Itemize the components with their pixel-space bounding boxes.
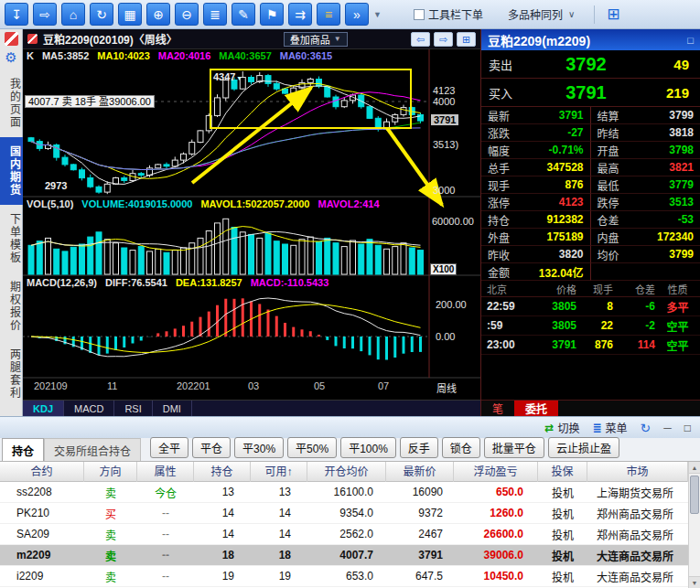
sidebar-item-2[interactable]: 下单模板 [0, 205, 23, 273]
sidebar-item-3[interactable]: 期权报价 [0, 273, 23, 340]
pos-action-8[interactable]: 云止损止盈 [548, 437, 619, 458]
quote-field-value: 347528 [546, 161, 583, 174]
position-row[interactable]: PK210买--14149354.093721260.0投机郑州商品交易所 [0, 503, 688, 524]
menu-icon: ≣ [592, 422, 601, 434]
ask-price[interactable]: 3792 [529, 54, 643, 75]
time-axis-label: 07 [378, 380, 389, 391]
scrollbar-thumb[interactable] [690, 476, 699, 514]
ask-row: 卖出 3792 49 [481, 50, 700, 79]
ask-label: 卖出 [481, 56, 529, 73]
back-arrow-icon[interactable]: ⇦ [411, 32, 430, 47]
pos-col-header[interactable]: 属性 [137, 462, 194, 482]
toolbar-order-checkbox[interactable]: 工具栏下单 [414, 6, 483, 22]
position-row[interactable]: m2209卖--18184007.7379139006.0投机大连商品交易所 [0, 545, 688, 566]
scroll-down-icon[interactable]: ▼ [689, 576, 700, 588]
indicator-tab-dmi[interactable]: DMI [153, 401, 192, 416]
pos-col-header[interactable]: 合约 [0, 462, 84, 482]
multi-symbol-label: 多品种同列 [508, 6, 563, 22]
scroll-up-icon[interactable]: ▲ [689, 462, 700, 474]
pos-action-1[interactable]: 平仓 [192, 437, 231, 458]
minimize-icon[interactable]: ─ [663, 422, 672, 434]
pos-col-header[interactable]: 最新价 [386, 462, 454, 482]
chart-header: 豆粕2209(020109)〈周线〉 叠加商品 ▼ ⇦ ⇨ ⊞ [23, 29, 480, 48]
checkbox-icon[interactable] [414, 9, 425, 20]
position-row[interactable]: SA209卖--14142562.0246726600.0投机郑州商品交易所 [0, 524, 688, 545]
pos-col-header[interactable]: 投保 [538, 462, 587, 482]
quote-field-label: 涨停 [488, 195, 510, 210]
settings-sliders-icon[interactable]: ≣ [203, 3, 227, 26]
popout-window-icon[interactable]: □ [687, 35, 694, 46]
pos-col-header[interactable]: 方向 [84, 462, 137, 482]
tick-cell: 空平 [655, 337, 700, 353]
indicator-text: MA5:3852 [42, 50, 89, 61]
sidebar-item-0[interactable]: 我的页面 [0, 69, 23, 137]
pos-action-6[interactable]: 锁仓 [442, 437, 480, 458]
forward-arrow-icon[interactable]: ⇨ [434, 32, 453, 47]
quote-list-icon[interactable]: ≡ [317, 3, 340, 26]
split-window-icon[interactable]: ⊞ [457, 32, 476, 47]
quote-field [591, 263, 700, 281]
refresh-icon[interactable]: ↻ [641, 421, 652, 435]
toolbar-checkbox-label: 工具栏下单 [428, 6, 483, 22]
switch-button[interactable]: ⇄ 切换 [544, 420, 579, 435]
refresh-icon[interactable]: ↻ [90, 3, 113, 26]
chart-title: 豆粕2209(020109)〈周线〉 [43, 31, 178, 47]
pos-cell: 4007.7 [307, 549, 386, 561]
sidebar-item-1[interactable]: 国内期货 [0, 137, 23, 205]
pos-cell: m2209 [0, 549, 84, 561]
order-panel-icon[interactable]: ⇉ [288, 3, 312, 26]
tab-orders[interactable]: 委托 [514, 401, 558, 416]
kline-chart-icon[interactable]: ▦ [118, 3, 142, 26]
quote-field: 跌停3513 [591, 194, 700, 211]
position-row[interactable]: ss2208卖今仓131316100.016090650.0投机上海期货交易所 [0, 482, 688, 503]
menu-button[interactable]: ≣ 菜单 [592, 420, 627, 435]
indicator-tab-kdj[interactable]: KDJ [23, 401, 64, 416]
quote-field-value: 4123 [559, 196, 584, 208]
pos-action-5[interactable]: 反手 [400, 437, 438, 458]
toolbar-more-caret-icon[interactable]: ▼ [373, 10, 382, 19]
draw-pencil-icon[interactable]: ✎ [232, 3, 255, 26]
pos-cell: 39006.0 [454, 549, 538, 561]
positions-table-body: ss2208卖今仓131316100.016090650.0投机上海期货交易所P… [0, 482, 700, 587]
quote-field: 最高3821 [591, 159, 700, 176]
arrow-right-icon[interactable]: ⇨ [33, 3, 57, 26]
pos-action-3[interactable]: 平50% [287, 437, 337, 458]
vertical-scrollbar[interactable]: ▲ ▼ [688, 462, 700, 588]
sidebar-item-4[interactable]: 两腿套利 [0, 340, 23, 408]
time-axis: 20210911202201030507 [23, 380, 429, 393]
tab-tick[interactable]: 笔 [481, 401, 514, 416]
indicator-tab-macd[interactable]: MACD [64, 401, 114, 416]
zoom-in-icon[interactable]: ⊕ [146, 3, 170, 26]
multi-symbol-dropdown[interactable]: 多品种同列 ∨ [508, 6, 575, 22]
pos-action-7[interactable]: 批量平仓 [484, 437, 544, 458]
overlay-symbol-button[interactable]: 叠加商品 ▼ [284, 32, 348, 47]
flag-icon[interactable]: ⚑ [260, 3, 284, 26]
indicator-tab-rsi[interactable]: RSI [114, 401, 152, 416]
pos-cell: 1260.0 [454, 507, 538, 519]
home-icon[interactable]: ⌂ [61, 3, 85, 26]
pos-col-header[interactable]: 市场 [587, 462, 688, 482]
pos-col-header[interactable]: 开仓均价 [307, 462, 386, 482]
pos-action-4[interactable]: 平100% [340, 437, 396, 458]
pos-col-header[interactable]: 浮动盈亏 [454, 462, 538, 482]
pos-action-0[interactable]: 全平 [150, 437, 188, 458]
maximize-icon[interactable]: □ [684, 422, 691, 434]
layout-grid-button[interactable]: ⊞ [607, 5, 619, 24]
indicator-text: K [27, 50, 34, 61]
zoom-out-icon[interactable]: ⊖ [175, 3, 199, 26]
position-order-tag[interactable]: 4007.7 卖 18手 盈39006.00 [25, 95, 155, 108]
pos-cell: 14 [251, 528, 307, 540]
app-logo [5, 32, 18, 46]
bid-price[interactable]: 3791 [529, 82, 643, 103]
pos-col-header[interactable]: 可用↑ [251, 462, 307, 482]
macd-indicator-readout: MACD(12,26,9)DIFF:76.5541DEA:131.8257MAC… [27, 277, 425, 288]
gear-icon[interactable]: ⚙ [5, 49, 16, 69]
tab-exchange-combo-positions[interactable]: 交易所组合持仓 [44, 438, 141, 461]
save-icon[interactable]: ↧ [5, 3, 28, 26]
pos-cell: 14 [194, 507, 251, 519]
pos-col-header[interactable]: 持仓 [194, 462, 251, 482]
more-tools-icon[interactable]: » [345, 3, 369, 26]
position-row[interactable]: i2209卖--1919653.0647.510450.0投机大连商品交易所 [0, 566, 688, 587]
tab-positions[interactable]: 持仓 [2, 438, 44, 461]
pos-action-2[interactable]: 平30% [234, 437, 284, 458]
